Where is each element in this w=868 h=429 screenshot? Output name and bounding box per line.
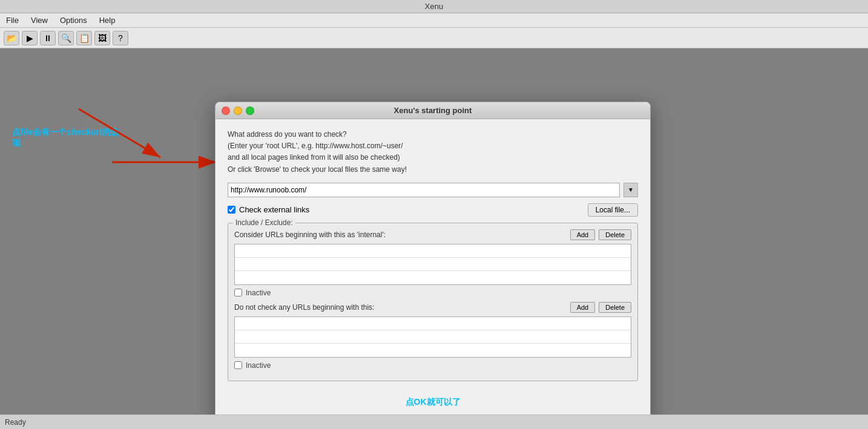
list-item	[235, 258, 631, 271]
url-input[interactable]	[228, 183, 620, 197]
url-row: ▼	[228, 183, 638, 197]
list-item	[235, 330, 631, 344]
status-text: Ready	[5, 418, 26, 427]
add-exclude-button[interactable]: Add	[570, 302, 596, 313]
list-item	[235, 271, 631, 284]
dialog: Xenu's starting point What address do yo…	[215, 102, 651, 429]
close-button[interactable]	[222, 106, 230, 115]
toolbar-search[interactable]: 🔍	[58, 31, 74, 45]
delete-exclude-button[interactable]: Delete	[599, 302, 631, 313]
app-title: Xenu	[425, 2, 443, 11]
menu-bar: File View Options Help	[0, 13, 868, 28]
check-external-checkbox[interactable]	[228, 206, 235, 214]
toolbar-play[interactable]: ▶	[22, 31, 38, 45]
internal-label: Consider URLs beginning with this as 'in…	[234, 231, 567, 239]
inactive-checkbox-1[interactable]	[234, 289, 242, 296]
inactive-row-2: Inactive	[234, 361, 631, 370]
list-item	[235, 344, 631, 357]
exclude-list	[234, 316, 631, 358]
menu-view[interactable]: View	[27, 15, 51, 26]
menu-help[interactable]: Help	[96, 15, 119, 26]
inactive-checkbox-2[interactable]	[234, 361, 242, 369]
toolbar-pause[interactable]: ⏸	[40, 31, 56, 45]
traffic-lights	[222, 106, 254, 115]
toolbar-image[interactable]: 🖼	[94, 31, 110, 45]
dialog-body: What address do you want to check? (Ente…	[215, 119, 650, 397]
local-file-button[interactable]: Local file...	[588, 203, 638, 217]
inactive-label-2: Inactive	[246, 361, 271, 370]
title-bar: Xenu	[0, 0, 868, 13]
do-not-check-label: Do not check any URLs beginning with thi…	[234, 303, 567, 312]
minimize-button[interactable]	[234, 106, 242, 115]
url-dropdown[interactable]: ▼	[623, 183, 638, 197]
maximize-button[interactable]	[246, 106, 254, 115]
annotation-left-text: 点file会有一个checkurl的选项	[12, 127, 121, 149]
check-external-label: Check external links	[239, 205, 309, 214]
status-bar: Ready	[0, 414, 868, 429]
list-item	[235, 317, 631, 330]
dialog-titlebar: Xenu's starting point	[215, 102, 650, 119]
main-area: 点file会有一个checkurl的选项 输入需要测试的链接地址 Xenu's …	[0, 48, 868, 414]
menu-options[interactable]: Options	[56, 15, 91, 26]
internal-list	[234, 244, 631, 285]
internal-urls-row: Consider URLs beginning with this as 'in…	[234, 229, 631, 240]
check-external-row: Check external links Local file...	[228, 203, 638, 217]
toolbar-list[interactable]: 📋	[76, 31, 92, 45]
toolbar-open[interactable]: 📂	[4, 31, 19, 45]
inactive-label-1: Inactive	[246, 289, 271, 297]
toolbar-help[interactable]: ?	[113, 31, 128, 45]
menu-file[interactable]: File	[2, 15, 22, 26]
delete-internal-button[interactable]: Delete	[599, 229, 631, 240]
dialog-description: What address do you want to check? (Ente…	[228, 129, 638, 175]
do-not-check-row: Do not check any URLs beginning with thi…	[234, 302, 631, 313]
add-internal-button[interactable]: Add	[570, 229, 596, 240]
section-legend: Include / Exclude:	[233, 218, 295, 227]
list-item	[235, 244, 631, 258]
dialog-title: Xenu's starting point	[394, 106, 472, 115]
inactive-row-1: Inactive	[234, 289, 631, 297]
toolbar: 📂 ▶ ⏸ 🔍 📋 🖼 ?	[0, 28, 868, 48]
include-exclude-section: Include / Exclude: Consider URLs beginni…	[228, 223, 638, 381]
ok-annotation-text: 点OK就可以了	[406, 397, 461, 407]
